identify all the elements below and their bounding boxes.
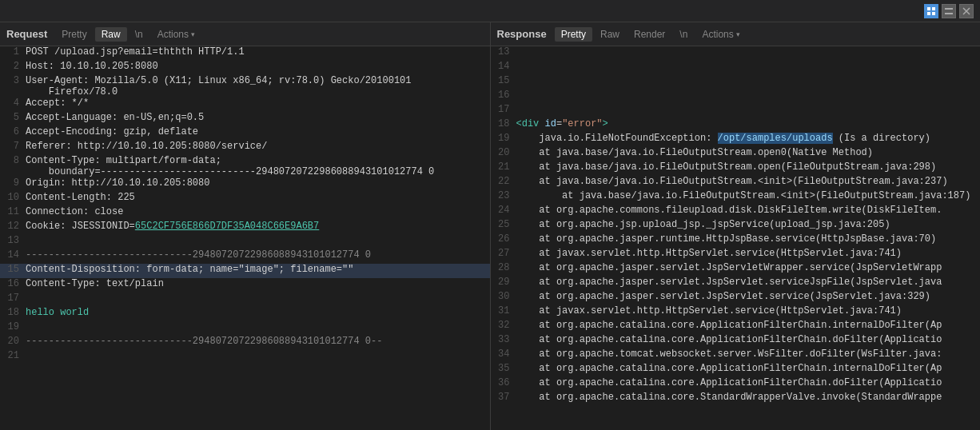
- request-panel-header: Request Pretty Raw \n Actions ▾: [0, 22, 490, 46]
- line-10: 10 Content-Length: 225: [0, 192, 490, 206]
- line-2: 2 Host: 10.10.10.205:8080: [0, 61, 490, 75]
- chevron-down-icon: ▾: [736, 30, 740, 38]
- tab-ln-response[interactable]: \n: [673, 27, 694, 42]
- line-15: 15 Content-Disposition: form-data; name=…: [0, 264, 490, 278]
- line-21: 21: [0, 350, 490, 364]
- line-8: 8 Content-Type: multipart/form-data; bou…: [0, 155, 490, 177]
- line-14: 14 -----------------------------29480720…: [0, 249, 490, 264]
- response-content[interactable]: 13 14 15 16 17 18 <div id="error">: [491, 46, 981, 430]
- resp-line-29: 29 at org.apache.jasper.servlet.JspServl…: [491, 277, 981, 291]
- resp-line-20: 20 at java.base/java.io.FileOutputStream…: [491, 147, 981, 161]
- tab-actions-request[interactable]: Actions ▾: [151, 27, 201, 42]
- resp-line-37: 37 at org.apache.catalina.core.StandardW…: [491, 392, 981, 406]
- resp-line-19: 19 java.io.FileNotFoundException: /opt/s…: [491, 133, 981, 147]
- line-6: 6 Accept-Encoding: gzip, deflate: [0, 126, 490, 141]
- resp-line-13: 13: [491, 46, 981, 61]
- line-13: 13: [0, 235, 490, 249]
- line-11: 11 Connection: close: [0, 206, 490, 221]
- resp-line-26: 26 at org.apache.jasper.runtime.HttpJspB…: [491, 233, 981, 248]
- line-19: 19: [0, 321, 490, 336]
- resp-line-21: 21 at java.base/java.io.FileOutputStream…: [491, 161, 981, 176]
- chevron-down-icon: ▾: [191, 30, 195, 38]
- resp-line-32: 32 at org.apache.catalina.core.Applicati…: [491, 320, 981, 334]
- list-icon[interactable]: [942, 4, 956, 18]
- svg-rect-5: [945, 13, 953, 14]
- resp-line-27: 27 at javax.servlet.http.HttpServlet.ser…: [491, 248, 981, 262]
- tab-actions-response[interactable]: Actions ▾: [695, 27, 746, 42]
- tab-ln-request[interactable]: \n: [129, 27, 149, 42]
- tab-raw-response[interactable]: Raw: [594, 27, 626, 42]
- line-7: 7 Referer: http://10.10.10.205:8080/serv…: [0, 141, 490, 155]
- tab-render-response[interactable]: Render: [627, 27, 671, 42]
- resp-line-35: 35 at org.apache.catalina.core.Applicati…: [491, 363, 981, 377]
- request-panel: Request Pretty Raw \n Actions ▾ 1 POST /…: [0, 22, 491, 430]
- resp-line-23: 23 at java.base/java.io.FileOutputStream…: [491, 190, 981, 205]
- tab-pretty-request[interactable]: Pretty: [55, 27, 93, 42]
- line-4: 4 Accept: */*: [0, 98, 490, 112]
- tab-pretty-response[interactable]: Pretty: [555, 27, 592, 42]
- line-9: 9 Origin: http://10.10.10.205:8080: [0, 177, 490, 192]
- svg-rect-4: [945, 8, 953, 10]
- resp-line-36: 36 at org.apache.catalina.core.Applicati…: [491, 377, 981, 392]
- line-17: 17: [0, 293, 490, 307]
- request-content[interactable]: 1 POST /upload.jsp?email=ththth HTTP/1.1…: [0, 46, 490, 430]
- resp-line-30: 30 at org.apache.jasper.servlet.JspServl…: [491, 291, 981, 305]
- line-3: 3 User-Agent: Mozilla/5.0 (X11; Linux x8…: [0, 75, 490, 98]
- line-5: 5 Accept-Language: en-US,en;q=0.5: [0, 112, 490, 126]
- line-20: 20 -----------------------------29480720…: [0, 336, 490, 350]
- resp-line-25: 25 at org.apache.jsp.upload_jsp._jspServ…: [491, 219, 981, 233]
- svg-rect-3: [932, 12, 935, 15]
- svg-rect-0: [927, 7, 930, 10]
- resp-line-17: 17: [491, 104, 981, 118]
- grid-icon[interactable]: [924, 4, 938, 18]
- resp-line-33: 33 at org.apache.catalina.core.Applicati…: [491, 334, 981, 348]
- line-16: 16 Content-Type: text/plain: [0, 278, 490, 293]
- resp-line-16: 16: [491, 90, 981, 104]
- resp-line-24: 24 at org.apache.commons.fileupload.disk…: [491, 205, 981, 219]
- line-1: 1 POST /upload.jsp?email=ththth HTTP/1.1: [0, 46, 490, 61]
- response-title: Response: [497, 28, 547, 40]
- response-panel: Response Pretty Raw Render \n Actions ▾ …: [491, 22, 981, 430]
- resp-line-18: 18 <div id="error">: [491, 118, 981, 133]
- tab-raw-request[interactable]: Raw: [95, 27, 127, 42]
- close-icon[interactable]: [959, 4, 974, 18]
- resp-line-34: 34 at org.apache.tomcat.websocket.server…: [491, 348, 981, 363]
- line-12: 12 Cookie: JSESSIONID=65C2CF756E866D7DF3…: [0, 221, 490, 235]
- top-bar: [0, 0, 980, 22]
- resp-line-15: 15: [491, 75, 981, 90]
- request-title: Request: [6, 28, 47, 40]
- resp-line-14: 14: [491, 61, 981, 75]
- resp-line-22: 22 at java.base/java.io.FileOutputStream…: [491, 176, 981, 190]
- response-panel-header: Response Pretty Raw Render \n Actions ▾: [491, 22, 981, 46]
- resp-line-31: 31 at javax.servlet.http.HttpServlet.ser…: [491, 305, 981, 320]
- line-18: 18 hello world: [0, 307, 490, 321]
- svg-rect-1: [932, 7, 935, 10]
- svg-rect-2: [927, 12, 930, 15]
- resp-line-28: 28 at org.apache.jasper.servlet.JspServl…: [491, 262, 981, 277]
